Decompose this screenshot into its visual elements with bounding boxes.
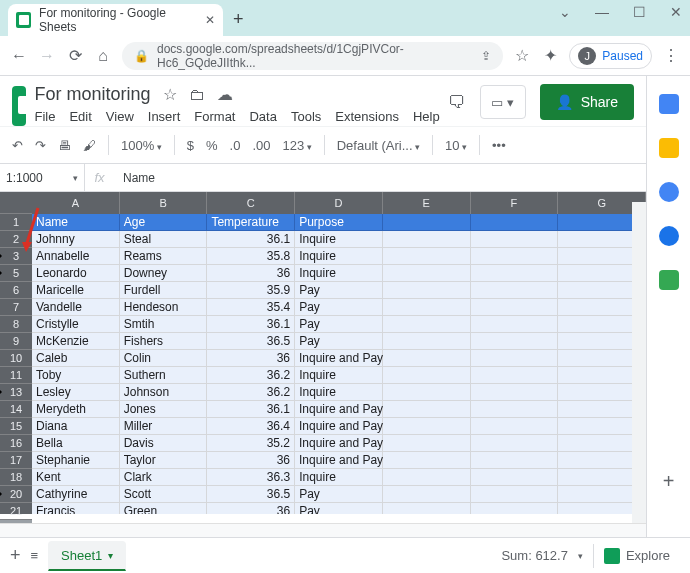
cell[interactable] [383,367,471,384]
document-title[interactable]: For monitoring [34,84,150,105]
cell[interactable]: McKenzie [32,333,120,350]
cell[interactable]: Inquire and Pay [295,418,383,435]
cell[interactable] [471,384,559,401]
column-header[interactable]: D [295,192,383,214]
row-header[interactable]: 18 [0,469,32,486]
cell[interactable]: Pay [295,333,383,350]
cell[interactable]: 35.8 [207,248,295,265]
cell[interactable] [383,418,471,435]
add-sheet-icon[interactable]: + [10,545,21,566]
cell[interactable]: Inquire [295,469,383,486]
cell[interactable]: Pay [295,299,383,316]
font-size-selector[interactable]: 10 [445,138,467,153]
window-maximize-icon[interactable]: ☐ [633,4,646,20]
cell[interactable]: Inquire [295,384,383,401]
cell[interactable] [471,248,559,265]
row-header[interactable]: 6 [0,282,32,299]
menu-insert[interactable]: Insert [148,109,181,124]
row-header[interactable]: 16 [0,435,32,452]
contacts-icon[interactable] [659,226,679,246]
share-button[interactable]: 👤 Share [540,84,634,120]
add-on-plus-icon[interactable]: + [663,470,675,493]
cell[interactable] [383,401,471,418]
column-header[interactable]: A [32,192,120,214]
cell[interactable]: Name [32,214,120,231]
cell[interactable]: Annabelle [32,248,120,265]
cell[interactable] [471,265,559,282]
cell[interactable]: Merydeth [32,401,120,418]
menu-format[interactable]: Format [194,109,235,124]
cell[interactable] [471,299,559,316]
cell[interactable]: 36 [207,265,295,282]
toolbar-more[interactable]: ••• [492,138,506,153]
cell[interactable]: Inquire [295,265,383,282]
cell[interactable]: Steal [120,231,208,248]
cell[interactable]: 36 [207,503,295,514]
cell[interactable] [383,350,471,367]
menu-data[interactable]: Data [249,109,276,124]
cell[interactable]: Pay [295,486,383,503]
cell[interactable]: Inquire and Pay [295,452,383,469]
format-123[interactable]: 123 [282,138,311,153]
column-header[interactable]: B [120,192,208,214]
browser-tab[interactable]: For monitoring - Google Sheets ✕ [8,4,223,36]
cell[interactable]: Johnson [120,384,208,401]
cell[interactable] [471,401,559,418]
sheets-logo-icon[interactable] [12,86,26,126]
row-header[interactable]: 9 [0,333,32,350]
all-sheets-icon[interactable]: ≡ [31,548,39,563]
menu-view[interactable]: View [106,109,134,124]
row-header[interactable]: 17 [0,452,32,469]
column-header[interactable]: C [207,192,295,214]
cell[interactable]: 36.5 [207,333,295,350]
row-header[interactable]: 3 [0,248,32,265]
comments-icon[interactable]: 🗨 [448,92,466,113]
cell[interactable] [383,469,471,486]
row-header[interactable]: 13 [0,384,32,401]
cell[interactable]: Fishers [120,333,208,350]
cell[interactable]: Furdell [120,282,208,299]
cell[interactable]: Johnny [32,231,120,248]
window-caret-icon[interactable]: ⌄ [559,4,571,20]
cell[interactable] [471,452,559,469]
cell[interactable]: Green [120,503,208,514]
cell[interactable]: Bella [32,435,120,452]
cell[interactable]: Inquire and Pay [295,435,383,452]
cell[interactable] [471,435,559,452]
row-header[interactable]: 7 [0,299,32,316]
font-selector[interactable]: Default (Ari... [337,138,420,153]
cell[interactable]: 36.3 [207,469,295,486]
cell[interactable] [383,503,471,514]
menu-tools[interactable]: Tools [291,109,321,124]
cloud-status-icon[interactable]: ☁ [217,85,233,104]
cell[interactable]: Caleb [32,350,120,367]
cell[interactable]: Suthern [120,367,208,384]
cell[interactable]: 36 [207,452,295,469]
row-header[interactable]: 2 [0,231,32,248]
cell[interactable] [471,469,559,486]
address-bar[interactable]: 🔒 docs.google.com/spreadsheets/d/1CgjPIV… [122,42,503,70]
cell[interactable]: Inquire and Pay [295,350,383,367]
cell[interactable]: Temperature [207,214,295,231]
cell[interactable] [383,299,471,316]
formula-input[interactable]: Name [115,171,163,185]
extensions-icon[interactable]: ✦ [541,46,559,65]
nav-home-icon[interactable]: ⌂ [94,47,112,65]
cell[interactable] [383,316,471,333]
spreadsheet-grid[interactable]: 1235678910111314151617182021 ABCDEFG Nam… [0,192,646,514]
cell[interactable]: Pay [295,282,383,299]
cell[interactable] [471,367,559,384]
cell[interactable] [383,282,471,299]
decrease-decimal[interactable]: .0 [230,138,241,153]
cell[interactable] [383,248,471,265]
cell[interactable] [383,214,471,231]
cell[interactable]: Kent [32,469,120,486]
maps-icon[interactable] [659,270,679,290]
name-box[interactable]: 1:1000▾ [0,164,85,191]
cell[interactable]: Pay [295,316,383,333]
undo-icon[interactable]: ↶ [12,138,23,153]
horizontal-scrollbar[interactable] [0,523,646,537]
cell[interactable]: 36.2 [207,367,295,384]
cell[interactable]: Vandelle [32,299,120,316]
cell[interactable] [471,282,559,299]
